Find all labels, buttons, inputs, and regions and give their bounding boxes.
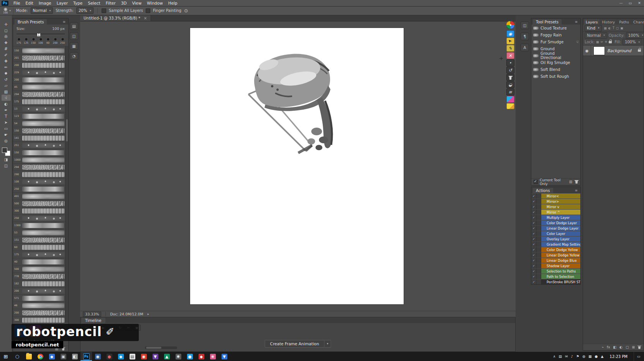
brush-list-scrollbar[interactable] [65, 46, 68, 323]
brush-preset-row[interactable]: 13 [13, 105, 68, 113]
chrome-icon[interactable] [34, 352, 46, 361]
brush-preset-row[interactable]: 491 [13, 193, 68, 200]
action-item[interactable]: Mirror ^ [531, 210, 580, 215]
new-layer-icon[interactable]: ⊞ [632, 345, 635, 349]
brush-preset-row[interactable]: 571 [13, 295, 68, 302]
brush-tool[interactable]: ✏ [2, 64, 11, 70]
action-item[interactable]: Color Dodge Layer [531, 220, 580, 225]
action-dialog-toggle[interactable] [536, 215, 541, 220]
action-check-icon[interactable] [531, 199, 536, 204]
action-dialog-toggle[interactable] [536, 279, 541, 284]
action-item[interactable]: Gradient Map Setting [531, 242, 580, 247]
taskbar-app-icon[interactable]: ◉ [92, 352, 104, 361]
start-button[interactable]: ⊞ [0, 352, 12, 361]
action-dialog-toggle[interactable] [536, 242, 541, 247]
minimize-button[interactable]: — [616, 1, 626, 5]
delete-preset-icon[interactable] [575, 180, 578, 184]
taskbar-app-icon[interactable]: ▼ [150, 352, 161, 361]
action-item[interactable]: Color Dodge Yellow [531, 247, 580, 252]
action-item[interactable]: Mirror< [531, 194, 580, 199]
action-check-icon[interactable] [531, 204, 536, 209]
menu-item[interactable]: Help [166, 0, 180, 6]
panel-tab[interactable]: History [600, 19, 617, 25]
menu-item[interactable]: View [129, 0, 144, 6]
swatches-panel-icon[interactable]: ▦ [70, 42, 78, 50]
type-tool[interactable]: T [2, 113, 11, 119]
layer-filter-kind-select[interactable]: Kind [585, 25, 602, 31]
menu-item[interactable]: Layer [54, 0, 71, 6]
brush-preset-row[interactable]: 200 [13, 287, 68, 295]
brush-preset-row[interactable]: 150 [13, 47, 68, 54]
brush-preset-row[interactable]: 175 [13, 98, 68, 105]
eyedropper-tool[interactable]: ✐ [2, 52, 11, 58]
paragraph-panel-icon[interactable]: ¶ [521, 33, 529, 40]
quick-selection-tool[interactable]: ❖ [2, 39, 11, 46]
character-panel-icon[interactable]: A [521, 44, 529, 51]
tool-preset-item[interactable]: Foggy Rain [531, 31, 580, 38]
action-dialog-toggle[interactable] [536, 247, 541, 252]
brush-preset-row[interactable]: 40 [13, 258, 68, 266]
opacity-field[interactable]: 100% [626, 32, 644, 39]
action-check-icon[interactable] [531, 258, 536, 263]
brush-preset-row[interactable]: 54 [13, 120, 68, 127]
taskbar-app-icon[interactable]: ◧ [69, 352, 80, 361]
zoom-tool[interactable]: ◎ [2, 138, 11, 144]
brush-preset-row[interactable]: 500 [13, 266, 68, 273]
action-check-icon[interactable] [531, 236, 536, 241]
create-frame-animation-button[interactable]: Create Frame Animation [265, 340, 325, 348]
eraser-tool[interactable]: ▱ [2, 82, 11, 89]
eraser-button[interactable]: ✕ [506, 52, 514, 59]
mode-select[interactable]: Normal [31, 7, 53, 14]
blend-mode-select[interactable]: Normal [585, 32, 607, 39]
layer-visibility-eye-icon[interactable]: ◉ [583, 46, 591, 56]
taskbar-app-icon[interactable]: ◆ [46, 352, 58, 361]
brush-preset-row[interactable]: 250 [13, 185, 68, 193]
brush-preset-row[interactable]: 229 [13, 69, 68, 76]
scrollbar-thumb[interactable] [66, 119, 68, 141]
brush-preset-picker[interactable]: 100 ▾ [2, 6, 13, 15]
panel-tab[interactable]: Channels [631, 19, 644, 25]
taskbar-app-icon[interactable]: ▤ [127, 352, 138, 361]
lock-transparency-icon[interactable]: ▦ [596, 40, 599, 44]
taskbar-app-icon[interactable]: ◉ [138, 352, 150, 361]
lasso-tool[interactable]: ✇ [2, 33, 11, 39]
taskbar-app-icon[interactable]: ● [184, 352, 196, 361]
tray-icon[interactable]: ◍ [582, 354, 585, 358]
tool-preset-item[interactable]: Oil Rig Smudge [531, 59, 580, 66]
document-tab[interactable]: Untitled-1 @ 33.3% (RGB/8) * × [80, 15, 151, 21]
healing-brush-tool[interactable]: ✚ [2, 58, 11, 64]
panel-tab[interactable]: Paths [617, 19, 631, 25]
layer-effects-icon[interactable]: fx [607, 345, 610, 349]
layer-mask-icon[interactable]: ◧ [613, 345, 617, 349]
move-tool[interactable]: ✛ [2, 21, 11, 27]
status-menu-icon[interactable]: ▸ [148, 312, 149, 316]
brush-preset-row[interactable]: 251 [13, 142, 68, 149]
brush-quick-preset[interactable]: 90 [45, 38, 51, 44]
action-check-icon[interactable] [531, 194, 536, 199]
photoshop-icon[interactable]: Ps [80, 352, 92, 361]
filter-shape-icon[interactable]: ▢ [616, 26, 619, 30]
clone-stamp-tool[interactable]: ✹ [2, 70, 11, 76]
brush-quick-preset[interactable]: 150 [31, 38, 36, 44]
action-dialog-toggle[interactable] [536, 236, 541, 241]
brush-quick-preset[interactable]: 250 [60, 38, 65, 44]
brush-preset-row[interactable]: 123 [13, 113, 68, 120]
action-dialog-toggle[interactable] [536, 226, 541, 231]
current-tool-only-checkbox[interactable] [534, 180, 538, 184]
action-item[interactable]: Mirror v [531, 204, 580, 209]
fill-field[interactable]: 100% [623, 39, 642, 45]
bucket-button[interactable]: ◒ [506, 81, 514, 88]
dodge-tool[interactable]: ◐ [2, 101, 11, 107]
brush-preset-row[interactable]: 290 [13, 171, 68, 178]
list-button[interactable]: ≡ [506, 89, 514, 95]
action-item[interactable]: Linear Dodge Yellow [531, 253, 580, 258]
action-item[interactable]: PenStroke BRUSH STROKE [531, 279, 580, 284]
action-check-icon[interactable] [531, 215, 536, 220]
tray-icon[interactable]: ▲ [601, 354, 603, 358]
panel-menu-icon[interactable]: ≡ [575, 189, 579, 193]
brush-quick-preset[interactable]: 175 [16, 38, 21, 44]
action-dialog-toggle[interactable] [536, 199, 541, 204]
filter-pixel-icon[interactable]: ▦ [604, 26, 607, 30]
action-item[interactable]: Path to Selection [531, 274, 580, 279]
screen-mode-icon[interactable]: ◫ [2, 162, 11, 169]
